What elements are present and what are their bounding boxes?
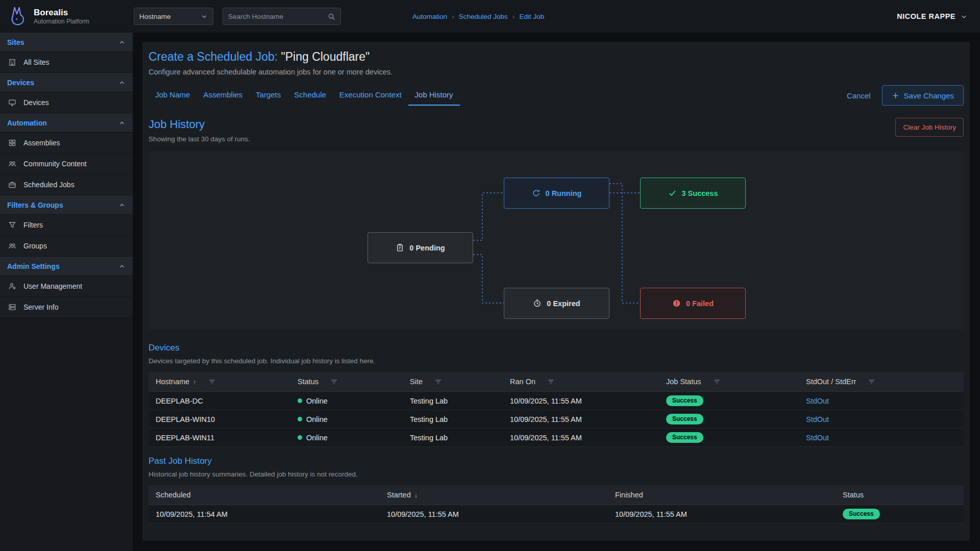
hostname-cell: DEEPLAB-WIN10: [149, 415, 290, 423]
stdout-cell: StdOut: [799, 397, 964, 405]
sidebar-section-label: Admin Settings: [7, 262, 60, 270]
top-bar: Borealis Automation Platform Hostname Au…: [0, 0, 980, 33]
hostname-cell: DEEPLAB-DC: [149, 397, 290, 405]
chevron-down-icon: [960, 13, 968, 20]
filter-menu-icon[interactable]: [868, 378, 875, 386]
sort-desc-icon[interactable]: ↓: [414, 491, 418, 499]
success-status-node: 3 Success: [640, 178, 746, 209]
online-status-dot: [298, 398, 302, 403]
borealis-logo: [6, 5, 29, 28]
tab-bar: Job Name Assemblies Targets Schedule Exe…: [149, 85, 964, 106]
column-header-job-status[interactable]: Job Status: [659, 378, 799, 386]
column-header-status[interactable]: Status: [836, 491, 964, 499]
check-icon: [668, 189, 677, 197]
sidebar-section-label: Filters & Groups: [7, 201, 63, 209]
sidebar-section-automation[interactable]: Automation: [0, 113, 133, 133]
chevron-up-icon: [118, 119, 126, 127]
sidebar-section-admin-settings[interactable]: Admin Settings: [0, 257, 133, 276]
sidebar-section-sites[interactable]: Sites: [0, 33, 133, 52]
finished-cell: 10/09/2025, 11:55 AM: [608, 510, 836, 518]
breadcrumb-scheduled-jobs[interactable]: Scheduled Jobs: [459, 13, 508, 20]
sidebar-item-label: Groups: [23, 242, 47, 250]
pending-status-node: 0 Pending: [368, 232, 473, 263]
past-table-header: Scheduled Started ↓ Finished Status: [149, 485, 964, 505]
save-changes-button[interactable]: Save Changes: [882, 85, 964, 106]
tab-execution-context[interactable]: Execution Context: [333, 85, 408, 106]
filter-menu-icon[interactable]: [713, 378, 721, 386]
breadcrumb: Automation › Scheduled Jobs › Edit Job: [412, 13, 544, 20]
column-header-finished[interactable]: Finished: [608, 491, 836, 499]
stdout-cell: StdOut: [799, 434, 964, 442]
clear-job-history-button[interactable]: Clear Job History: [895, 118, 964, 137]
search-icon: [328, 13, 335, 20]
filter-menu-icon[interactable]: [434, 378, 442, 386]
job-status-cell: Success: [659, 432, 799, 443]
chevron-up-icon: [118, 263, 126, 270]
site-cell: Testing Lab: [403, 397, 503, 405]
past-job-history-table: Scheduled Started ↓ Finished Status 10/0…: [149, 485, 964, 523]
tab-targets[interactable]: Targets: [249, 85, 287, 106]
tab-job-history[interactable]: Job History: [408, 85, 460, 106]
expired-count-label: 0 Expired: [547, 299, 580, 308]
sidebar-item-label: Server Info: [23, 303, 58, 311]
sidebar-item-user-management[interactable]: User Management: [0, 276, 133, 297]
stdout-link[interactable]: StdOut: [806, 415, 829, 423]
sidebar-item-devices[interactable]: Devices: [0, 92, 133, 113]
hostname-select[interactable]: Hostname: [134, 8, 213, 25]
job-status-flow-diagram: 0 Pending 0 Running 3 Success 0 Expired …: [149, 151, 964, 330]
filter-menu-icon[interactable]: [208, 378, 216, 386]
tab-schedule[interactable]: Schedule: [287, 85, 333, 106]
sort-asc-icon[interactable]: ↑: [193, 378, 197, 386]
sidebar-item-label: All Sites: [23, 58, 50, 66]
column-header-site[interactable]: Site: [403, 378, 503, 386]
cancel-button[interactable]: Cancel: [847, 91, 871, 100]
breadcrumb-edit-job[interactable]: Edit Job: [519, 13, 544, 20]
community-icon: [8, 160, 17, 168]
brand-name: Borealis: [34, 7, 89, 18]
past-job-history-heading: Past Job History: [149, 456, 964, 466]
brand-subtitle: Automation Platform: [34, 18, 89, 26]
user-menu[interactable]: NICOLE RAPPE: [897, 12, 968, 20]
filter-menu-icon[interactable]: [547, 378, 555, 386]
online-status-dot: [298, 417, 302, 421]
search-input[interactable]: [228, 13, 328, 20]
sidebar-item-scheduled-jobs[interactable]: Scheduled Jobs: [0, 174, 133, 195]
column-header-stdout[interactable]: StdOut / StdErr: [799, 378, 964, 386]
sidebar-item-all-sites[interactable]: All Sites: [0, 52, 133, 73]
column-header-hostname[interactable]: Hostname ↑: [149, 378, 290, 386]
sidebar-item-label: Devices: [23, 98, 49, 107]
sidebar-item-filters[interactable]: Filters: [0, 215, 133, 236]
sidebar-item-community-content[interactable]: Community Content: [0, 154, 133, 174]
tab-job-name[interactable]: Job Name: [149, 85, 197, 106]
sidebar-section-devices[interactable]: Devices: [0, 73, 133, 92]
tab-assemblies[interactable]: Assemblies: [197, 85, 249, 106]
sidebar-item-server-info[interactable]: Server Info: [0, 297, 133, 318]
hostname-cell: DEEPLAB-WIN11: [149, 434, 290, 442]
sidebar-item-assemblies[interactable]: Assemblies: [0, 133, 133, 154]
column-header-scheduled[interactable]: Scheduled: [149, 491, 380, 499]
user-name: NICOLE RAPPE: [897, 12, 955, 20]
chevron-up-icon: [118, 202, 126, 209]
stdout-link[interactable]: StdOut: [806, 434, 829, 442]
column-header-status[interactable]: Status: [290, 378, 403, 386]
stdout-link[interactable]: StdOut: [806, 397, 829, 405]
past-job-history-subheading: Historical job history summaries. Detail…: [149, 470, 964, 478]
status-badge: Success: [843, 509, 880, 519]
sidebar-section-label: Automation: [7, 119, 47, 127]
expired-status-node: 0 Expired: [504, 288, 609, 319]
running-status-node: 0 Running: [504, 178, 609, 209]
site-cell: Testing Lab: [403, 415, 503, 423]
status-badge: Success: [666, 395, 703, 406]
clock-icon: [533, 299, 542, 308]
filter-menu-icon[interactable]: [330, 378, 338, 386]
sidebar-item-groups[interactable]: Groups: [0, 236, 133, 257]
status-badge: Success: [666, 414, 703, 424]
breadcrumb-separator: ›: [452, 13, 454, 20]
column-header-started[interactable]: Started ↓: [380, 491, 608, 499]
breadcrumb-automation[interactable]: Automation: [412, 13, 447, 20]
sidebar-section-filters-groups[interactable]: Filters & Groups: [0, 195, 133, 215]
main-content: Create a Scheduled Job: "Ping Cloudflare…: [133, 33, 980, 551]
column-header-ran-on[interactable]: Ran On: [503, 378, 659, 386]
brand: Borealis Automation Platform: [0, 5, 133, 28]
sidebar-item-label: Filters: [23, 221, 43, 229]
